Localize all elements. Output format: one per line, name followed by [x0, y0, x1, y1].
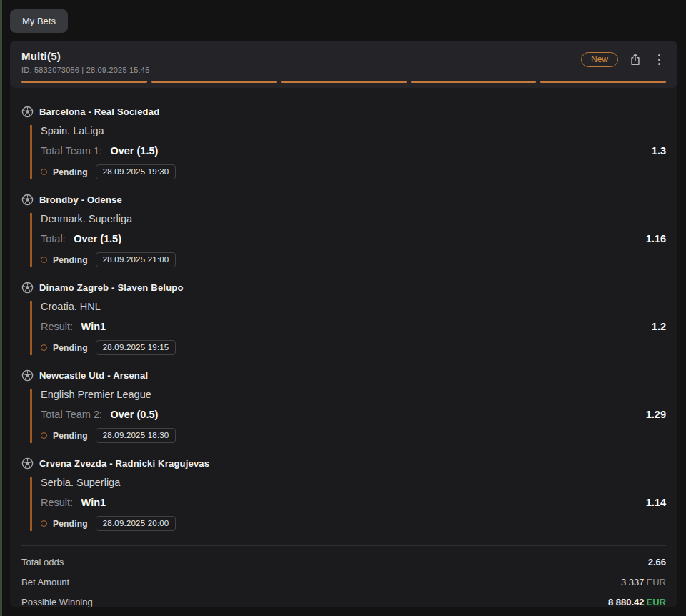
- status-label: Pending: [53, 431, 88, 441]
- bet-leg-row: Brondby - Odense Denmark. Superliga Tota…: [21, 194, 666, 267]
- match-name: Brondby - Odense: [39, 194, 122, 205]
- share-icon: [629, 53, 642, 66]
- league-name: Spain. LaLiga: [41, 125, 666, 136]
- selection-value: Over (0.5): [110, 409, 158, 420]
- market-label: Total Team 2:: [41, 409, 102, 420]
- bet-leg-details: Denmark. Superliga Total: Over (1.5) 1.1…: [30, 213, 666, 267]
- more-options-button[interactable]: [652, 51, 666, 68]
- soccer-ball-icon: [21, 106, 34, 118]
- status-label: Pending: [53, 167, 88, 177]
- match-datetime-chip: 28.09.2025 21:00: [96, 252, 177, 267]
- league-name: Denmark. Superliga: [41, 213, 666, 224]
- total-odds-value: 2.66: [648, 557, 666, 567]
- match-datetime-chip: 28.09.2025 20:00: [96, 516, 177, 531]
- status-label: Pending: [53, 519, 88, 529]
- selection-value: Over (1.5): [74, 233, 121, 244]
- bet-amount-currency: EUR: [647, 577, 666, 587]
- selection-value: Over (1.5): [110, 145, 158, 157]
- total-odds-label: Total odds: [21, 557, 64, 567]
- market-label: Result:: [41, 321, 73, 332]
- bet-id-line: ID: 5832073056 | 28.09.2025 15:45: [21, 66, 150, 74]
- bet-leg-details: Croatia. HNL Result: Win1 1.2 Pending 28…: [30, 301, 666, 355]
- bet-leg-row: Dinamo Zagreb - Slaven Belupo Croatia. H…: [21, 282, 666, 355]
- share-button[interactable]: [629, 53, 642, 66]
- bet-leg-row: Newcastle Utd - Arsenal English Premier …: [21, 369, 666, 443]
- my-bets-page: My Bets Multi(5) ID: 5832073056 | 28.09.…: [0, 0, 686, 607]
- pending-ring-icon: [41, 169, 47, 175]
- my-bets-tab[interactable]: My Bets: [10, 9, 68, 33]
- match-name: Barcelona - Real Sociedad: [39, 106, 159, 117]
- bet-header: Multi(5) ID: 5832073056 | 28.09.2025 15:…: [10, 41, 677, 88]
- soccer-ball-icon: [21, 457, 34, 470]
- pending-ring-icon: [41, 344, 47, 351]
- bet-detail-card: Multi(5) ID: 5832073056 | 28.09.2025 15:…: [10, 41, 677, 607]
- possible-winning-currency: EUR: [647, 597, 666, 607]
- market-label: Total:: [41, 233, 66, 244]
- progress-segment: [281, 81, 407, 83]
- bet-amount-value: 3 337EUR: [621, 577, 666, 587]
- odds-value: 1.3: [652, 145, 666, 157]
- bet-leg-details: English Premier League Total Team 2: Ove…: [30, 389, 666, 443]
- soccer-ball-icon: [21, 194, 34, 206]
- league-name: Croatia. HNL: [41, 301, 666, 312]
- pending-ring-icon: [41, 520, 47, 527]
- bet-summary: Total odds 2.66 Bet Amount 3 337EUR Poss…: [10, 546, 677, 607]
- market-label: Result:: [41, 497, 73, 508]
- match-name: Newcastle Utd - Arsenal: [39, 370, 148, 381]
- bet-amount-label: Bet Amount: [21, 577, 69, 587]
- bet-header-texts: Multi(5) ID: 5832073056 | 28.09.2025 15:…: [21, 50, 150, 74]
- odds-value: 1.14: [646, 497, 666, 508]
- legs-progress-bar: [21, 81, 666, 83]
- soccer-ball-icon: [21, 369, 34, 382]
- kebab-menu-icon: [655, 53, 663, 66]
- status-label: Pending: [53, 255, 88, 265]
- match-name: Crvena Zvezda - Radnicki Kragujevas: [39, 458, 209, 469]
- match-name: Dinamo Zagreb - Slaven Belupo: [39, 282, 184, 293]
- league-name: Serbia. Superliga: [41, 477, 666, 488]
- progress-segment: [151, 81, 277, 83]
- league-name: English Premier League: [41, 389, 666, 400]
- bet-leg-row: Barcelona - Real Sociedad Spain. LaLiga …: [21, 106, 666, 179]
- possible-winning-label: Possible Winning: [21, 597, 93, 607]
- odds-value: 1.2: [652, 321, 666, 332]
- match-datetime-chip: 28.09.2025 19:15: [96, 340, 177, 355]
- bet-leg-details: Serbia. Superliga Result: Win1 1.14 Pend…: [30, 477, 666, 531]
- bet-legs-list: Barcelona - Real Sociedad Spain. LaLiga …: [10, 88, 677, 531]
- bet-leg-row: Crvena Zvezda - Radnicki Kragujevas Serb…: [21, 457, 666, 531]
- match-datetime-chip: 28.09.2025 18:30: [96, 428, 177, 443]
- progress-segment: [540, 81, 666, 83]
- selection-value: Win1: [81, 497, 106, 508]
- pending-ring-icon: [41, 257, 47, 263]
- window-edge-strip: [0, 0, 2, 616]
- possible-winning-value: 8 880.42EUR: [608, 597, 666, 607]
- bet-leg-details: Spain. LaLiga Total Team 1: Over (1.5) 1…: [30, 125, 666, 179]
- market-label: Total Team 1:: [41, 145, 102, 157]
- progress-segment: [21, 81, 147, 83]
- progress-segment: [411, 81, 537, 83]
- selection-value: Win1: [81, 321, 106, 332]
- soccer-ball-icon: [21, 282, 34, 294]
- odds-value: 1.29: [646, 409, 666, 420]
- match-datetime-chip: 28.09.2025 19:30: [96, 164, 177, 179]
- new-badge: New: [581, 52, 618, 67]
- status-label: Pending: [53, 343, 88, 353]
- odds-value: 1.16: [646, 233, 666, 244]
- bet-title: Multi(5): [21, 50, 150, 62]
- pending-ring-icon: [41, 432, 47, 439]
